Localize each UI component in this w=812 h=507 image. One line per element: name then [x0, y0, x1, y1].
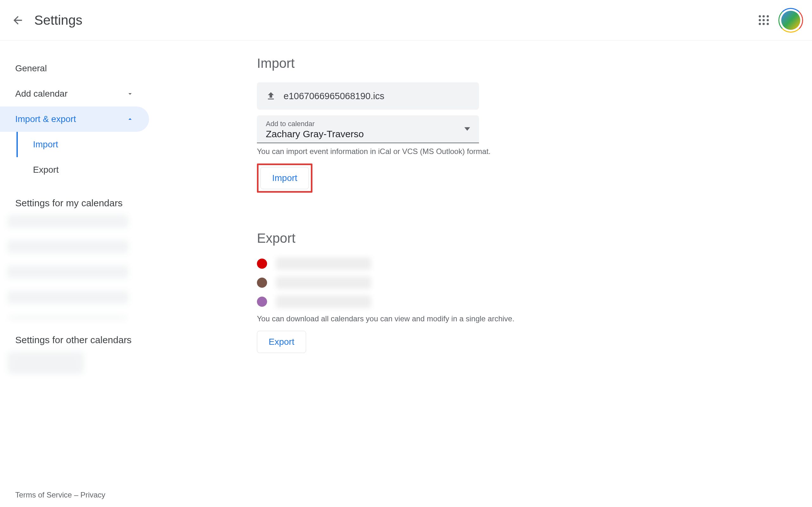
sidebar-item-add-calendar[interactable]: Add calendar: [0, 81, 149, 107]
button-label: Import: [272, 173, 297, 183]
calendar-color-dot: [257, 278, 267, 288]
upload-icon: [266, 91, 276, 101]
redacted-calendar-name: [276, 295, 371, 308]
sidebar-subitem-export[interactable]: Export: [16, 157, 152, 182]
header-bar: Settings: [0, 0, 812, 41]
redacted-my-calendars: [8, 215, 128, 320]
export-calendar-row: [257, 295, 812, 308]
page-title: Settings: [34, 13, 83, 28]
export-calendar-row: [257, 276, 812, 289]
export-hint-text: You can download all calendars you can v…: [257, 314, 812, 323]
sidebar-item-import-export[interactable]: Import & export: [0, 107, 149, 132]
privacy-link[interactable]: Privacy: [80, 491, 105, 499]
chevron-up-icon: [126, 115, 134, 123]
account-avatar[interactable]: [778, 8, 803, 33]
export-section: Export You can download all calendars yo…: [257, 231, 812, 353]
import-hint-text: You can import event information in iCal…: [257, 147, 812, 156]
sidebar-item-general[interactable]: General: [0, 56, 149, 81]
sidebar-item-label: Add calendar: [15, 89, 67, 99]
body: General Add calendar Import & export Imp…: [0, 41, 812, 488]
dropdown-arrow-icon: [464, 127, 470, 131]
footer: Terms of Service – Privacy: [15, 491, 105, 499]
apps-grid-icon[interactable]: [758, 14, 769, 26]
export-calendar-row: [257, 257, 812, 270]
export-button[interactable]: Export: [257, 331, 306, 353]
sidebar-subitem-import[interactable]: Import: [16, 132, 152, 157]
sidebar-subitem-label: Export: [33, 165, 59, 175]
avatar-image: [781, 11, 800, 30]
sidebar-item-label: Import & export: [15, 114, 76, 124]
redacted-other-calendars: [8, 352, 84, 374]
tutorial-highlight: Import: [257, 164, 312, 193]
terms-link[interactable]: Terms of Service: [15, 491, 72, 499]
button-label: Export: [269, 337, 294, 347]
import-button[interactable]: Import: [260, 167, 309, 189]
calendar-color-dot: [257, 259, 267, 269]
redacted-calendar-name: [276, 276, 371, 289]
main-content: Import e1067066965068190.ics Add to cale…: [152, 41, 812, 488]
sidebar-subitem-label: Import: [33, 139, 58, 150]
sidebar-item-label: General: [15, 63, 47, 73]
header-right: [758, 0, 803, 40]
import-section-title: Import: [257, 56, 812, 71]
file-upload-field[interactable]: e1067066965068190.ics: [257, 82, 479, 110]
select-label: Add to calendar: [266, 120, 470, 128]
redacted-calendar-name: [276, 257, 371, 270]
sidebar-section-other-calendars: Settings for other calendars: [0, 320, 152, 352]
select-value: Zachary Gray-Traverso: [266, 129, 470, 139]
chevron-down-icon: [126, 90, 134, 98]
calendar-color-dot: [257, 297, 267, 307]
arrow-left-icon: [11, 14, 24, 26]
back-button[interactable]: [9, 11, 27, 29]
add-to-calendar-select[interactable]: Add to calendar Zachary Gray-Traverso: [257, 115, 479, 143]
sidebar-section-my-calendars: Settings for my calendars: [0, 182, 152, 215]
footer-separator: –: [72, 491, 81, 499]
uploaded-filename: e1067066965068190.ics: [284, 91, 385, 101]
sidebar: General Add calendar Import & export Imp…: [0, 41, 152, 488]
export-section-title: Export: [257, 231, 812, 246]
